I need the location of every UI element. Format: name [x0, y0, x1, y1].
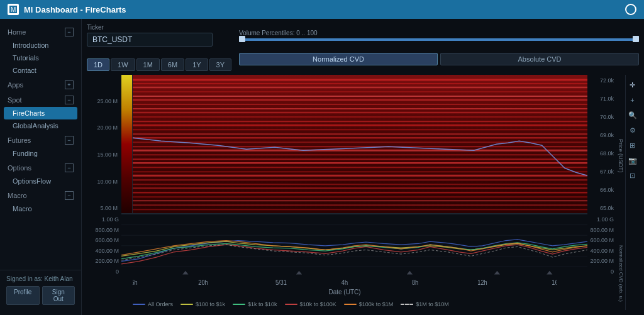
cvd-axis-label-container: Normalized CVD (arb. u.)	[616, 236, 625, 310]
time-btn-1d[interactable]: 1D	[87, 58, 109, 71]
svg-text:5/31: 5/31	[275, 279, 287, 286]
main-chart[interactable]	[121, 75, 587, 214]
cvd-label-6: 0	[87, 268, 121, 275]
sidebar-section-home: Home −	[0, 24, 81, 39]
legend-line-10k-100k	[285, 304, 297, 305]
volume-slider[interactable]	[239, 38, 639, 41]
vol-label-6: 5.00 M	[87, 205, 121, 211]
time-btn-6m[interactable]: 6M	[161, 58, 184, 71]
y-axis-volume: 25.00 M 20.00 M 15.00 M 10.00 M 5.00 M	[87, 75, 121, 214]
topbar: M MI Dashboard - FireCharts	[0, 0, 644, 19]
sub-chart[interactable]	[121, 214, 587, 277]
price-label-70k: 70.0k	[587, 114, 616, 120]
sidebar-item-introduction[interactable]: Introduction	[0, 39, 81, 52]
legend-item-1m-10m: $1M to $10M	[401, 301, 449, 307]
volume-slider-fill	[239, 38, 639, 41]
grid-icon[interactable]: ⊞	[628, 140, 638, 150]
screenshot-icon[interactable]: 📷	[628, 155, 638, 165]
x-axis-svg: 15h 20h 5/31 4h 8h 12h 16h	[133, 277, 557, 287]
crosshair-icon[interactable]: ✛	[628, 80, 638, 90]
ticker-input[interactable]	[87, 33, 213, 47]
sub-chart-svg	[121, 214, 587, 277]
vol-label-4: 15.00 M	[87, 152, 121, 158]
logo-icon: M	[8, 4, 19, 15]
legend-label-100-1k: $100 to $1k	[196, 301, 225, 307]
cvd-axis-label: Normalized CVD (arb. u.)	[616, 245, 625, 302]
legend-line-1k-10k	[233, 304, 245, 305]
price-label-72k: 72.0k	[587, 77, 616, 84]
cvd-label-2: 800.00 M	[87, 227, 121, 233]
zoom-out-icon[interactable]: 🔍	[628, 110, 638, 120]
signed-in-label: Signed in as: Keith Alan	[6, 275, 75, 282]
profile-button[interactable]: Profile	[6, 286, 40, 305]
legend-label-1k-10k: $1k to $10k	[248, 301, 277, 307]
svg-text:15h: 15h	[133, 279, 138, 286]
svg-marker-42	[407, 271, 413, 275]
y-axis-cvd: 1.00 G 800.00 M 600.00 M 400.00 M 200.00…	[87, 214, 121, 277]
main-layout: Home − Introduction Tutorials Contact Ap…	[0, 19, 644, 315]
home-expand-icon[interactable]: −	[65, 28, 74, 36]
legend-label-10k-100k: $10k to $100K	[300, 301, 336, 307]
cvd2-label-5: 200.00 M	[587, 258, 616, 264]
sidebar-item-optionsflow[interactable]: OptionsFlow	[0, 175, 81, 187]
legend-label-100k-1m: $100k to $1M	[359, 301, 394, 307]
cvd-label-1: 1.00 G	[87, 216, 121, 223]
topbar-circle-icon[interactable]	[625, 4, 636, 15]
time-buttons: 1D 1W 1M 6M 1Y 3Y	[87, 58, 231, 71]
legend-dashed-1m-10m	[401, 304, 413, 305]
time-btn-1w[interactable]: 1W	[111, 58, 135, 71]
color-bar	[121, 75, 133, 213]
sidebar-item-macro[interactable]: Macro	[0, 202, 81, 215]
content-area: Ticker 1D 1W 1M 6M 1Y 3Y Volume Percenti…	[82, 19, 644, 315]
signout-button[interactable]: Sign Out	[42, 286, 75, 305]
volume-section: Volume Percentiles: 0 .. 100 Normalized …	[239, 30, 639, 65]
time-btn-3y[interactable]: 3Y	[209, 58, 231, 71]
chart-legend: All Orders $100 to $1k $1k to $10k $10k …	[87, 299, 616, 310]
time-btn-1m[interactable]: 1M	[136, 58, 160, 71]
legend-item-100k-1m: $100k to $1M	[344, 301, 394, 307]
cvd-label-3: 600.00 M	[87, 237, 121, 243]
sidebar-item-globalanalysis[interactable]: GlobalAnalysis	[0, 119, 81, 132]
cvd-btn-absolute[interactable]: Absolute CVD	[440, 53, 639, 65]
sidebar-item-contact[interactable]: Contact	[0, 64, 81, 77]
futures-expand-icon[interactable]: −	[65, 136, 74, 145]
price-label-65k: 65.0k	[587, 205, 616, 211]
svg-marker-43	[494, 271, 500, 275]
time-btn-1y[interactable]: 1Y	[186, 58, 208, 71]
svg-marker-44	[547, 271, 552, 275]
y-axis-cvd2: 1.00 G 800.00 M 600.00 M 400.00 M 200.00…	[587, 214, 616, 277]
right-icons-panel: ✛ + 🔍 ⚙ ⊞ 📷 ⊡	[625, 75, 639, 310]
legend-item-1k-10k: $1k to $10k	[233, 301, 277, 307]
fullscreen-icon[interactable]: ⊡	[628, 170, 638, 180]
sidebar-item-tutorials[interactable]: Tutorials	[0, 52, 81, 64]
cvd2-label-2: 800.00 M	[587, 227, 616, 233]
svg-text:M: M	[11, 6, 16, 13]
cvd2-label-6: 0	[587, 268, 616, 275]
cvd-btn-normalized[interactable]: Normalized CVD	[239, 53, 438, 65]
sidebar-section-macro: Macro −	[0, 187, 81, 202]
heatmap-svg	[133, 75, 587, 213]
ticker-label: Ticker	[87, 24, 231, 31]
sidebar-item-funding[interactable]: Funding	[0, 147, 81, 160]
spot-expand-icon[interactable]: −	[65, 96, 74, 104]
cvd2-label-4: 400.00 M	[587, 248, 616, 254]
options-expand-icon[interactable]: −	[65, 163, 74, 172]
apps-expand-icon[interactable]: +	[65, 80, 74, 89]
sidebar-item-firecharts[interactable]: FireCharts	[4, 107, 77, 119]
right-axis-labels: Price (USDT) Normalized CVD (arb. u.)	[616, 75, 625, 310]
app-title: MI Dashboard - FireCharts	[24, 5, 126, 14]
settings-icon[interactable]: ⚙	[628, 125, 638, 135]
cvd2-label-3: 600.00 M	[587, 237, 616, 243]
legend-item-all-orders: All Orders	[133, 301, 173, 307]
macro-expand-icon[interactable]: −	[65, 191, 74, 200]
zoom-in-icon[interactable]: +	[628, 95, 638, 105]
chart-area: 25.00 M 20.00 M 15.00 M 10.00 M 5.00 M	[87, 75, 639, 310]
sidebar-section-futures: Futures −	[0, 132, 81, 147]
volume-slider-thumb-right[interactable]	[633, 36, 639, 42]
volume-range-slider[interactable]	[239, 38, 639, 41]
volume-slider-thumb-left[interactable]	[239, 36, 245, 42]
x-axis-labels: 15h 20h 5/31 4h 8h 12h 16h	[87, 277, 616, 287]
price-label-68k: 68.0k	[587, 150, 616, 157]
legend-line-100k-1m	[344, 304, 357, 305]
sidebar-section-apps: Apps +	[0, 77, 81, 92]
